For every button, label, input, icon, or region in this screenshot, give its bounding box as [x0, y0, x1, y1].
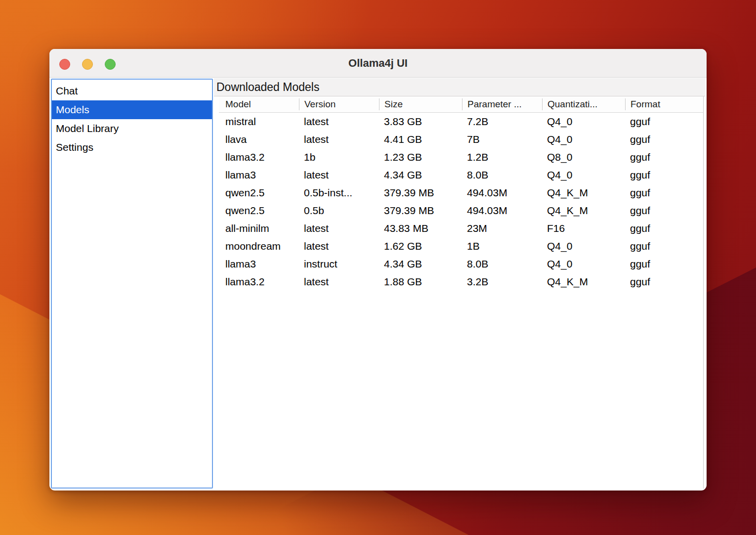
titlebar[interactable]: Ollama4j UI — [49, 49, 707, 78]
table-cell: moondream — [219, 240, 299, 252]
table-row[interactable]: all-minilmlatest43.83 MB23MF16gguf — [219, 220, 703, 237]
table-cell: llama3.2 — [219, 276, 299, 288]
table-cell: llama3 — [219, 169, 299, 181]
table-cell: 0.5b — [299, 205, 379, 217]
zoom-button[interactable] — [105, 59, 116, 70]
main-panel: Downloaded Models ModelVersionSizeParame… — [214, 78, 705, 489]
column-header[interactable]: Version — [299, 98, 379, 110]
table-cell: gguf — [625, 169, 703, 181]
table-body: mistrallatest3.83 GB7.2BQ4_0ggufllavalat… — [219, 113, 703, 291]
table-cell: 23M — [462, 223, 542, 234]
table-cell: Q4_0 — [542, 169, 625, 181]
table-row[interactable]: llama3.2latest1.88 GB3.2BQ4_K_Mgguf — [219, 273, 703, 291]
column-header[interactable]: Parameter ... — [462, 98, 542, 110]
table-cell: 1b — [299, 151, 379, 163]
table-cell: 4.34 GB — [379, 258, 462, 270]
table-cell: Q4_0 — [542, 258, 625, 270]
table-row[interactable]: llama3instruct4.34 GB8.0BQ4_0gguf — [219, 255, 703, 273]
table-cell: 494.03M — [462, 205, 542, 217]
table-cell: gguf — [625, 116, 703, 128]
table-cell: mistral — [219, 116, 299, 128]
table-cell: Q8_0 — [542, 151, 625, 163]
column-header[interactable]: Quantizati... — [542, 98, 625, 110]
table-row[interactable]: llavalatest4.41 GB7BQ4_0gguf — [219, 131, 703, 148]
table-cell: llava — [219, 134, 299, 145]
table-cell: 4.34 GB — [379, 169, 462, 181]
minimize-button[interactable] — [82, 59, 93, 70]
table-cell: latest — [299, 116, 379, 128]
table-cell: 7.2B — [462, 116, 542, 128]
table-cell: gguf — [625, 223, 703, 234]
sidebar-item-settings[interactable]: Settings — [52, 138, 212, 157]
sidebar-list: ChatModelsModel LibrarySettings — [51, 79, 213, 489]
table-cell: qwen2.5 — [219, 205, 299, 217]
column-header[interactable]: Format — [625, 98, 703, 110]
table-row[interactable]: qwen2.50.5b379.39 MB494.03MQ4_K_Mgguf — [219, 202, 703, 220]
table-row[interactable]: llama3.21b1.23 GB1.2BQ8_0gguf — [219, 148, 703, 166]
table-cell: latest — [299, 169, 379, 181]
sidebar-item-models[interactable]: Models — [52, 100, 212, 119]
table-cell: latest — [299, 240, 379, 252]
table-cell: 1.2B — [462, 151, 542, 163]
table-cell: gguf — [625, 187, 703, 199]
app-window: Ollama4j UI ChatModelsModel LibrarySetti… — [49, 49, 707, 490]
table-cell: 4.41 GB — [379, 134, 462, 145]
table-cell: Q4_0 — [542, 240, 625, 252]
table-cell: 1.88 GB — [379, 276, 462, 288]
table-cell: 8.0B — [462, 169, 542, 181]
table-cell: Q4_K_M — [542, 276, 625, 288]
table-cell: all-minilm — [219, 223, 299, 234]
table-cell: Q4_K_M — [542, 187, 625, 199]
table-cell: gguf — [625, 240, 703, 252]
table-cell: 43.83 MB — [379, 223, 462, 234]
table-cell: gguf — [625, 205, 703, 217]
column-header[interactable]: Size — [379, 98, 462, 110]
main-heading-strip: Downloaded Models — [214, 78, 705, 96]
table-cell: 0.5b-inst... — [299, 187, 379, 199]
sidebar-item-chat[interactable]: Chat — [52, 82, 212, 100]
table-cell: 379.39 MB — [379, 187, 462, 199]
table-row[interactable]: moondreamlatest1.62 GB1BQ4_0gguf — [219, 237, 703, 255]
table-cell: 3.83 GB — [379, 116, 462, 128]
table-cell: gguf — [625, 151, 703, 163]
table-cell: 1B — [462, 240, 542, 252]
table-cell: qwen2.5 — [219, 187, 299, 199]
table-cell: Q4_K_M — [542, 205, 625, 217]
table-cell: 3.2B — [462, 276, 542, 288]
table-cell: llama3 — [219, 258, 299, 270]
table-cell: 7B — [462, 134, 542, 145]
table-cell: gguf — [625, 276, 703, 288]
table-row[interactable]: mistrallatest3.83 GB7.2BQ4_0gguf — [219, 113, 703, 131]
table-cell: gguf — [625, 134, 703, 145]
table-cell: latest — [299, 134, 379, 145]
table-cell: latest — [299, 276, 379, 288]
table-cell: 379.39 MB — [379, 205, 462, 217]
column-header[interactable]: Model — [219, 98, 299, 110]
table-cell: Q4_0 — [542, 134, 625, 145]
table-cell: Q4_0 — [542, 116, 625, 128]
window-title: Ollama4j UI — [348, 57, 408, 70]
table-cell: 1.62 GB — [379, 240, 462, 252]
table-cell: 1.23 GB — [379, 151, 462, 163]
sidebar-item-model-library[interactable]: Model Library — [52, 119, 212, 138]
window-controls — [59, 59, 116, 70]
models-table: ModelVersionSizeParameter ...Quantizati.… — [219, 96, 704, 489]
table-row[interactable]: qwen2.50.5b-inst...379.39 MB494.03MQ4_K_… — [219, 184, 703, 202]
table-cell: 494.03M — [462, 187, 542, 199]
close-button[interactable] — [59, 59, 70, 70]
table-cell: instruct — [299, 258, 379, 270]
table-header: ModelVersionSizeParameter ...Quantizati.… — [219, 96, 703, 113]
table-cell: F16 — [542, 223, 625, 234]
page-title: Downloaded Models — [216, 81, 319, 94]
table-row[interactable]: llama3latest4.34 GB8.0BQ4_0gguf — [219, 166, 703, 184]
table-cell: 8.0B — [462, 258, 542, 270]
table-cell: gguf — [625, 258, 703, 270]
table-cell: latest — [299, 223, 379, 234]
table-cell: llama3.2 — [219, 151, 299, 163]
